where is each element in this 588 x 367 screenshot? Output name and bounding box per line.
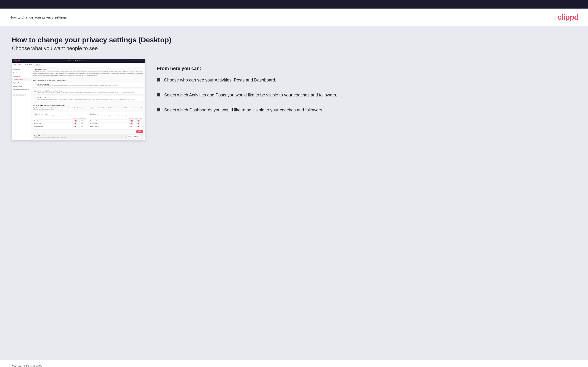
- page-subtitle: Choose what you want people to see: [12, 45, 576, 51]
- bullet-item-2: Select which Activities and Posts you wo…: [157, 92, 576, 98]
- bullet-text-3: Select which Dashboards you would like t…: [164, 107, 323, 113]
- mock-nav-icons: ⚲ ☷ ◯ ●: [134, 60, 143, 62]
- mock-activities-row-rounds: Rounds ON ON: [34, 120, 86, 123]
- mock-sidebar-item-privacy: Privacy Controls ›: [12, 78, 31, 81]
- toggle-rounds-insights-followers: [138, 123, 140, 125]
- chevron-right-icon: ›: [29, 82, 29, 83]
- mock-subnav: My Profile Connections Settings: [12, 63, 145, 67]
- screenshot-container: clippd Home My Performance ⚲ ☷ ◯ ● My Pr…: [12, 59, 145, 140]
- toggle-player-coaches: [131, 120, 133, 122]
- mock-activities-row-manual: Manual Activities ON ON: [34, 125, 86, 128]
- toggle-workson-followers: [138, 126, 140, 127]
- mock-sidebar: My Account › Data Integrations › Subscri…: [12, 67, 31, 140]
- chevron-right-icon: ›: [29, 75, 29, 77]
- mock-showhide-title: Show or hide specific features in Clippd: [33, 105, 143, 106]
- logo: clippd: [558, 13, 579, 22]
- toggle-drills-coaches: [75, 123, 77, 125]
- radio-everyone: [34, 83, 36, 85]
- bullet-square-3: [157, 108, 160, 111]
- search-icon: ⚲: [134, 60, 135, 62]
- mock-dashboards-row-workson: What To Work On ON ON: [90, 125, 142, 128]
- two-col-layout: clippd Home My Performance ⚲ ☷ ◯ ● My Pr…: [12, 59, 576, 140]
- mock-subnav-profile: My Profile: [14, 64, 21, 66]
- mock-dashboards-row-rounds: Round Insights ON ON: [90, 123, 142, 125]
- mock-activities-table: Activities and Posts Select the types of…: [33, 112, 87, 129]
- mock-visit-community-button[interactable]: Visit Our Community ↗: [126, 135, 142, 138]
- mock-activities-header: COACHES FOLLOWERS: [34, 117, 86, 120]
- mock-radio-only-you: Only You and Your Coach Only you and the…: [33, 96, 143, 101]
- footer-text: Copyright Clippd 2022: [12, 364, 43, 367]
- mock-nav-home: Home: [69, 60, 72, 61]
- chevron-right-icon: ›: [29, 72, 29, 74]
- bullet-text-1: Choose who can see your Activities, Post…: [164, 77, 276, 83]
- mock-sidebar-item-golfbag: My Golf Bag ›: [12, 81, 31, 84]
- radio-only-you: [34, 97, 36, 99]
- mock-save-button[interactable]: Save: [136, 130, 143, 133]
- chevron-right-icon: ›: [29, 79, 29, 80]
- user-icon: ◯: [139, 60, 141, 62]
- mock-dashboards-header: COACHES FOLLOWERS: [90, 117, 142, 120]
- main-content: How to change your privacy settings (Des…: [0, 26, 588, 360]
- toggle-workson-coaches: [131, 126, 133, 127]
- mock-two-tables: Activities and Posts Select the types of…: [33, 112, 143, 129]
- mock-showhide-desc: Regardless of the privacy controls that …: [33, 107, 143, 111]
- mock-sidebar-item-service: Service & Privacy Policy ↗: [12, 88, 31, 91]
- toggle-drills-followers: [82, 123, 85, 125]
- mock-radio-approved: Only Approved Followers and Your Coach O…: [33, 89, 143, 94]
- right-col: From here you can: Choose who can see yo…: [157, 59, 576, 122]
- mock-save-row: Save: [33, 130, 143, 133]
- mock-radio-everyone: Everyone on Clippd Everyone on Clippd ca…: [33, 82, 143, 88]
- mock-nav: clippd Home My Performance ⚲ ☷ ◯ ●: [12, 59, 145, 63]
- right-heading: From here you can:: [157, 66, 576, 71]
- toggle-player-followers: [138, 120, 140, 122]
- page-title: How to change your privacy settings (Des…: [12, 36, 576, 44]
- toggle-manual-followers: [82, 126, 85, 127]
- screenshot-mockup: clippd Home My Performance ⚲ ☷ ◯ ● My Pr…: [12, 59, 145, 140]
- mock-dashboards-row-player: Player Dashboard ON ON: [90, 120, 142, 123]
- bullet-list: Choose who can see your Activities, Post…: [157, 77, 576, 113]
- mock-dashboards-table: Dashboards Select the types of activity …: [89, 112, 143, 129]
- mock-help-section: Help & Support Visit our Clippd communit…: [33, 134, 143, 139]
- mock-body: My Account › Data Integrations › Subscri…: [12, 67, 145, 140]
- grid-icon: ☷: [136, 60, 138, 62]
- bullet-square-1: [157, 78, 160, 82]
- chevron-right-icon: ›: [29, 69, 29, 70]
- mock-privacy-title: Privacy Controls: [33, 68, 143, 70]
- footer: Copyright Clippd 2022: [0, 360, 588, 367]
- mock-activities-row-drills: Practice Drills ON ON: [34, 123, 86, 125]
- toggle-rounds-insights-coaches: [131, 123, 133, 125]
- mock-nav-links: Home My Performance: [69, 60, 85, 61]
- bullet-text-2: Select which Activities and Posts you wo…: [164, 92, 337, 98]
- mock-subnav-connections: Connections: [24, 64, 32, 66]
- header: How to change your privacy settings clip…: [0, 8, 588, 26]
- top-bar: [0, 0, 588, 8]
- toggle-manual-coaches: [75, 126, 77, 127]
- mock-logo: clippd: [14, 60, 20, 62]
- radio-approved: [34, 91, 36, 92]
- mock-nav-performance: My Performance: [75, 60, 85, 61]
- toggle-rounds-coaches: [75, 120, 77, 122]
- toggle-rounds-followers: [82, 120, 85, 122]
- mock-sidebar-item-subscription: Subscription ›: [12, 75, 31, 78]
- mock-main-content: Privacy Controls Control how you and you…: [31, 67, 145, 140]
- mock-who-title: Who Can See Your Activities and Dashboar…: [33, 80, 143, 81]
- avatar-icon: ●: [142, 60, 143, 62]
- mock-subnav-settings: Settings: [35, 64, 40, 66]
- mock-sidebar-version: Clippd Client Version: 2022.8.2SQL Serve…: [12, 92, 31, 97]
- bullet-item-3: Select which Dashboards you would like t…: [157, 107, 576, 113]
- mock-sidebar-item-data: Data Integrations ›: [12, 71, 31, 75]
- header-title: How to change your privacy settings: [9, 15, 67, 19]
- bullet-item-1: Choose who can see your Activities, Post…: [157, 77, 576, 83]
- bullet-square-2: [157, 93, 160, 96]
- mock-sidebar-item-account: My Account ›: [12, 68, 31, 71]
- mock-privacy-desc: Control how you and your data appears to…: [33, 71, 143, 76]
- mock-sidebar-item-help: Help & Support ↗: [12, 84, 31, 88]
